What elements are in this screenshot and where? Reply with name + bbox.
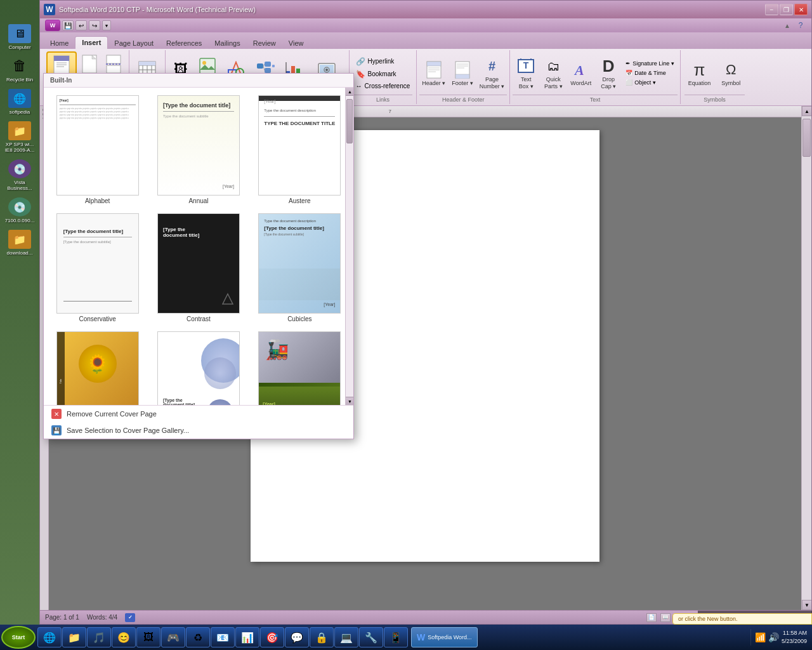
taskbar-word-btn[interactable]: W Softpedia Word... <box>411 627 478 647</box>
gallery-scrollbar[interactable]: ▲ ▼ <box>345 88 353 405</box>
taskbar-explorer-btn[interactable]: 📁 <box>62 627 86 647</box>
symbols-group-label: Symbols <box>684 95 745 103</box>
header-footer-group-label: Header & Footer <box>419 95 507 103</box>
tab-mailings[interactable]: Mailings <box>208 37 246 49</box>
qa-dropdown-btn[interactable]: ▼ <box>102 20 111 30</box>
date-time-btn[interactable]: 📅Date & Time <box>624 69 676 77</box>
spelling-icon[interactable]: ✓ <box>125 613 135 622</box>
taskbar-lock-btn[interactable]: 🔒 <box>310 627 334 647</box>
v-scrollbar[interactable]: ▲ ▼ <box>801 106 811 610</box>
office-btn[interactable]: W <box>45 20 60 31</box>
desktop-icon-vista[interactable]: 💿 Vista Business... <box>3 159 37 191</box>
scroll-up-btn[interactable]: ▲ <box>802 106 811 116</box>
gallery-item-motion[interactable]: 🚂 [Year] [Type the document title] [subt… <box>250 328 350 405</box>
taskbar-laptop-btn[interactable]: 💻 <box>334 627 358 647</box>
object-btn[interactable]: ⬜Object ▾ <box>624 78 676 87</box>
gallery-item-exposure[interactable]: 🌻 Title Exposure <box>48 328 147 405</box>
notification-area: or click the New button. <box>672 613 812 625</box>
view-reading-btn[interactable]: 📖 <box>660 613 671 622</box>
tab-references[interactable]: References <box>160 37 208 49</box>
tab-page-layout[interactable]: Page Layout <box>108 37 160 49</box>
gallery-scroll-thumb[interactable] <box>346 99 353 143</box>
tab-insert[interactable]: Insert <box>75 36 108 50</box>
taskbar-ie-btn[interactable]: 🌐 <box>37 627 62 647</box>
svg-point-38 <box>325 69 328 71</box>
page-number-btn[interactable]: # PageNumber ▾ <box>477 53 508 93</box>
start-button[interactable]: Start <box>1 626 36 649</box>
taskbar-game-btn[interactable]: 🎮 <box>161 627 185 647</box>
scroll-thumb[interactable] <box>802 119 811 157</box>
desktop-icon-download[interactable]: 📁 download... <box>7 230 33 256</box>
gallery-item-austere[interactable]: Type the document description TYPE THE D… <box>250 91 350 208</box>
taskbar-target-btn[interactable]: 🎯 <box>260 627 284 647</box>
remove-icon: ✕ <box>51 409 62 419</box>
save-qa-btn[interactable]: 💾 <box>62 20 74 30</box>
svg-marker-54 <box>223 294 233 304</box>
gallery-item-cubicles[interactable]: Type the document description [Type the … <box>250 209 350 326</box>
equation-btn[interactable]: π Equation <box>684 57 715 89</box>
desktop-icon-softpedia[interactable]: 🌐 softpedia <box>8 89 31 115</box>
desktop-icon-computer[interactable]: 🖥 Computer <box>8 24 31 50</box>
svg-rect-25 <box>265 62 271 67</box>
signature-line-btn[interactable]: ✒Signature Line ▾ <box>624 59 676 68</box>
redo-btn[interactable]: ↪ <box>89 20 100 30</box>
scroll-track <box>802 116 811 600</box>
gallery-item-contrast[interactable]: [Type thedocument title] Contrast <box>148 209 248 326</box>
scroll-down-btn[interactable]: ▼ <box>802 600 811 610</box>
taskbar-media-btn[interactable]: 🎵 <box>87 627 111 647</box>
undo-btn[interactable]: ↩ <box>75 20 87 30</box>
restore-btn[interactable]: ❐ <box>780 4 793 15</box>
title-bar: W Softpedia Word 2010 CTP - Microsoft Wo… <box>40 1 811 18</box>
header-footer-group: Header ▾ Footer ▾ # <box>417 50 510 104</box>
tab-home[interactable]: Home <box>44 37 75 49</box>
taskbar-recycle-btn[interactable]: ♻ <box>186 627 210 647</box>
svg-rect-26 <box>265 68 271 73</box>
tray-network-icon[interactable]: 📶 <box>755 632 766 642</box>
svg-rect-45 <box>455 74 469 79</box>
save-to-gallery-btn[interactable]: 💾 Save Selection to Cover Page Gallery..… <box>44 422 353 439</box>
close-btn[interactable]: ✕ <box>794 4 808 15</box>
symbols-group: π Equation Ω Symbol Symbols <box>681 50 749 104</box>
wordart-btn[interactable]: A WordArt <box>567 57 594 89</box>
footer-btn[interactable]: Footer ▾ <box>449 57 476 89</box>
gallery-item-mod[interactable]: [Type the document title] [subtitle] Mod <box>148 328 248 405</box>
gallery-item-annual[interactable]: [Type the document title] Type the docum… <box>148 91 248 208</box>
tray-time: 11:58 AM 5/23/2009 <box>782 629 807 645</box>
remove-cover-page-btn[interactable]: ✕ Remove Current Cover Page <box>44 406 353 422</box>
gallery-grid: [Year] pqrstu pqrstu pqrstu pqrstu pqrst… <box>44 88 353 405</box>
taskbar-chat-btn[interactable]: 💬 <box>285 627 309 647</box>
desktop-icon-recycle[interactable]: 🗑 Recycle Bin <box>6 56 33 83</box>
svg-rect-24 <box>257 63 263 69</box>
links-group: 🔗 Hyperlink 🔖 Bookmark ↔ Cross-reference… <box>350 50 417 104</box>
taskbar-settings-btn[interactable]: 🔧 <box>359 627 383 647</box>
gallery-item-alphabet[interactable]: [Year] pqrstu pqrstu pqrstu pqrstu pqrst… <box>48 91 147 208</box>
gallery-footer: ✕ Remove Current Cover Page 💾 Save Selec… <box>44 405 353 439</box>
bookmark-btn[interactable]: 🔖 Bookmark <box>353 69 413 80</box>
taskbar-mail-btn[interactable]: 📧 <box>211 627 235 647</box>
desktop-icon-xp[interactable]: 📁 XP SP3 wi... IE8 2009-A... <box>3 121 37 153</box>
tab-view[interactable]: View <box>282 37 310 49</box>
hyperlink-btn[interactable]: 🔗 Hyperlink <box>353 56 413 67</box>
tab-review[interactable]: Review <box>247 37 282 49</box>
ribbon-collapse-btn[interactable]: ▲ <box>782 20 793 30</box>
ribbon-tabs-bar: Home Insert Page Layout References Maili… <box>40 32 811 49</box>
textbox-btn[interactable]: T TextBox ▾ <box>513 53 539 93</box>
drop-cap-btn[interactable]: D DropCap ▾ <box>595 53 622 93</box>
taskbar: Start 🌐 📁 🎵 😊 🖼 🎮 ♻ 📧 📊 🎯 💬 🔒 💻 🔧 📱 W So… <box>0 625 812 650</box>
taskbar-chart-btn[interactable]: 📊 <box>235 627 259 647</box>
svg-line-29 <box>263 66 265 70</box>
taskbar-smiley-btn[interactable]: 😊 <box>112 627 136 647</box>
symbol-btn[interactable]: Ω Symbol <box>717 57 745 89</box>
taskbar-phone-btn[interactable]: 📱 <box>384 627 408 647</box>
gallery-item-conservative[interactable]: [Type the document title] [Type the docu… <box>48 209 147 326</box>
cross-reference-btn[interactable]: ↔ Cross-reference <box>353 81 413 91</box>
view-normal-btn[interactable]: 📄 <box>646 613 657 622</box>
taskbar-photo-btn[interactable]: 🖼 <box>136 627 160 647</box>
help-btn[interactable]: ? <box>795 20 806 30</box>
word-count: Words: 4/4 <box>87 614 117 621</box>
header-btn[interactable]: Header ▾ <box>419 57 448 89</box>
desktop-icon-7100[interactable]: 💿 7100.0.090... <box>5 197 35 223</box>
quick-parts-btn[interactable]: 🗂 QuickParts ▾ <box>540 53 566 93</box>
tray-sound-icon[interactable]: 🔊 <box>768 632 779 642</box>
minimize-btn[interactable]: − <box>765 4 778 15</box>
